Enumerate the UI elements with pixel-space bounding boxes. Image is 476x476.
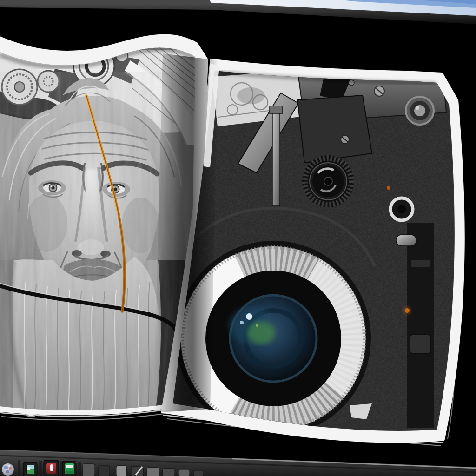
- round-knob: [406, 97, 434, 125]
- globe-app-icon[interactable]: [2, 463, 14, 476]
- scene-canvas: [0, 0, 476, 476]
- dark-block: [298, 95, 372, 163]
- chrome-ring: [390, 198, 413, 220]
- photos-app-icon[interactable]: [23, 462, 37, 476]
- lens-green-reflection: [247, 322, 275, 344]
- metal-rod: [272, 111, 280, 206]
- screenshot-root: [0, 0, 476, 476]
- record-app-icon[interactable]: [44, 460, 59, 476]
- book-gutter: [153, 53, 219, 413]
- small-lens: [302, 155, 354, 207]
- drive-app-icon[interactable]: [62, 461, 76, 476]
